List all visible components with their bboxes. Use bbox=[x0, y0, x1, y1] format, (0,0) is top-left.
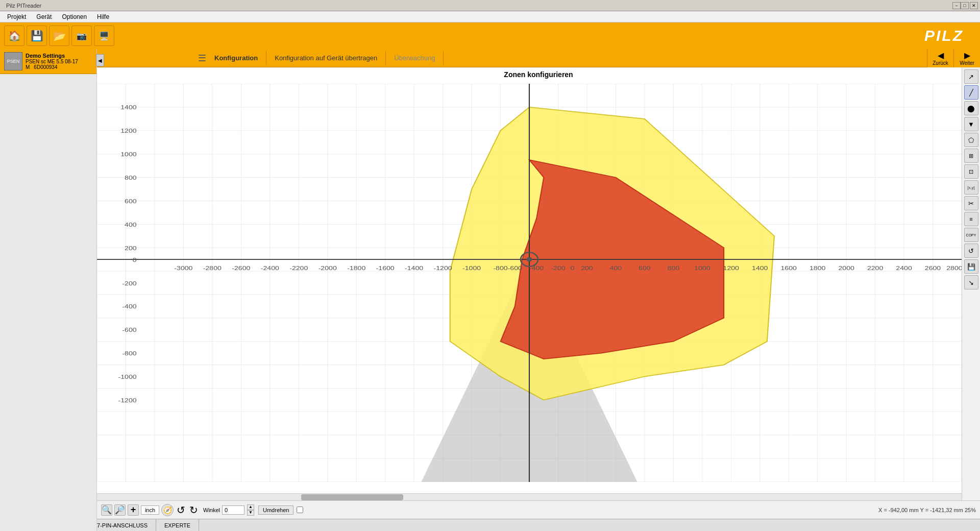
menu-geraet[interactable]: Gerät bbox=[31, 12, 57, 21]
svg-text:-1200: -1200 bbox=[434, 264, 452, 271]
save-button[interactable]: 💾 bbox=[27, 26, 47, 46]
chart-svg: 1400 1200 1000 800 600 400 200 0 -200 -4… bbox=[97, 84, 962, 482]
save-tool[interactable]: 💾 bbox=[964, 259, 978, 274]
cut-tool[interactable]: ✂ bbox=[964, 196, 978, 210]
svg-text:-600: -600 bbox=[122, 327, 136, 333]
menubar: Projekt Gerät Optionen Hilfe bbox=[0, 11, 980, 22]
menu-optionen[interactable]: Optionen bbox=[57, 12, 92, 21]
arrow-down-tool[interactable]: ↘ bbox=[964, 275, 978, 289]
maximize-button[interactable]: □ bbox=[961, 2, 969, 9]
svg-text:1000: 1000 bbox=[120, 151, 136, 158]
nav-tabs: ☰ Konfiguration Konfiguration auf Gerät … bbox=[97, 49, 980, 67]
rotate-left-button[interactable]: ↺ bbox=[176, 504, 186, 516]
zoom-out-button[interactable]: 🔎 bbox=[114, 504, 126, 516]
svg-text:2600: 2600 bbox=[925, 264, 941, 271]
svg-text:-2600: -2600 bbox=[232, 264, 250, 271]
unit-display: inch bbox=[141, 505, 159, 515]
svg-text:2800: 2800 bbox=[946, 264, 962, 271]
menu-hilfe[interactable]: Hilfe bbox=[92, 12, 114, 21]
zoom-plus-button[interactable]: + bbox=[128, 504, 139, 516]
home-button[interactable]: 🏠 bbox=[4, 26, 24, 46]
svg-text:200: 200 bbox=[581, 264, 593, 271]
svg-text:-600: -600 bbox=[508, 264, 522, 271]
svg-text:-2800: -2800 bbox=[203, 264, 222, 271]
titlebar: Pilz PITreader − □ ✕ bbox=[0, 0, 980, 11]
svg-text:-2200: -2200 bbox=[289, 264, 308, 271]
svg-text:-200: -200 bbox=[551, 264, 565, 271]
svg-text:0: 0 bbox=[571, 264, 575, 271]
svg-text:-2400: -2400 bbox=[261, 264, 279, 271]
compass-button[interactable]: 🧭 bbox=[161, 504, 174, 516]
statusbar: NICHT ANGESCHLOSSEN 17-PIN-ANSCHLUSS EXP… bbox=[0, 519, 980, 531]
coordinates-tool[interactable]: [x,y] bbox=[964, 180, 978, 195]
horizontal-scrollbar[interactable] bbox=[97, 493, 973, 500]
draw-line-tool[interactable]: ╱ bbox=[964, 85, 978, 100]
winkel-down[interactable]: ▼ bbox=[247, 510, 254, 516]
draw-rect-tool[interactable]: ⊡ bbox=[964, 164, 978, 179]
device-name: Demo Settings bbox=[26, 53, 78, 59]
device-type: M bbox=[26, 64, 30, 70]
screenshot-button[interactable]: 📷 bbox=[71, 26, 92, 46]
svg-point-56 bbox=[526, 257, 532, 262]
svg-text:2000: 2000 bbox=[838, 264, 854, 271]
svg-text:1000: 1000 bbox=[694, 264, 710, 271]
draw-grid-tool[interactable]: ⊞ bbox=[964, 149, 978, 163]
device-model: PSEN sc ME 5.5 08-17 bbox=[26, 59, 78, 64]
svg-text:200: 200 bbox=[125, 245, 137, 251]
winkel-label: Winkel bbox=[203, 507, 220, 513]
collapse-panel-button[interactable]: ◀ bbox=[96, 54, 104, 66]
svg-text:1400: 1400 bbox=[120, 104, 136, 111]
svg-text:1800: 1800 bbox=[810, 264, 825, 271]
winkel-up[interactable]: ▲ bbox=[247, 504, 254, 510]
umdrehen-checkbox[interactable] bbox=[297, 506, 303, 513]
svg-text:800: 800 bbox=[668, 264, 680, 271]
svg-text:400: 400 bbox=[125, 221, 137, 228]
svg-text:2200: 2200 bbox=[867, 264, 883, 271]
minimize-button[interactable]: − bbox=[952, 2, 961, 9]
status-expert: EXPERTE bbox=[156, 519, 199, 531]
monitor-button[interactable]: 🖥️ bbox=[94, 26, 114, 46]
svg-text:-1600: -1600 bbox=[376, 264, 395, 271]
draw-pentagon-tool[interactable]: ⬠ bbox=[964, 133, 978, 147]
menu-projekt[interactable]: Projekt bbox=[2, 12, 31, 21]
svg-text:-1400: -1400 bbox=[405, 264, 423, 271]
right-tools-panel: ↗ ╱ ⬤ ▼ ⬠ ⊞ ⊡ [x,y] ✂ ≡ COPY ↺ 💾 ↘ bbox=[962, 67, 980, 500]
rotate-tool[interactable]: ↺ bbox=[964, 244, 978, 258]
svg-text:-400: -400 bbox=[529, 264, 544, 271]
tab-ueberwachung: Überwachung bbox=[386, 51, 444, 65]
winkel-input[interactable] bbox=[222, 505, 244, 515]
lines-tool[interactable]: ≡ bbox=[964, 212, 978, 226]
open-button[interactable]: 📂 bbox=[49, 26, 69, 46]
svg-text:1600: 1600 bbox=[780, 264, 796, 271]
svg-text:-400: -400 bbox=[122, 303, 136, 310]
toolbar: 🏠 💾 📂 📷 🖥️ PILZ bbox=[0, 22, 980, 49]
umdrehen-button[interactable]: Umdrehen bbox=[258, 505, 293, 515]
svg-text:-1800: -1800 bbox=[347, 264, 365, 271]
svg-text:1200: 1200 bbox=[723, 264, 739, 271]
svg-text:800: 800 bbox=[125, 174, 137, 181]
chart-area: Zonen konfigurieren bbox=[97, 67, 980, 500]
tab-konfiguration[interactable]: Konfiguration bbox=[206, 51, 266, 65]
pointer-tool[interactable]: ↗ bbox=[964, 69, 978, 84]
svg-text:-200: -200 bbox=[122, 280, 136, 286]
svg-text:1400: 1400 bbox=[752, 264, 768, 271]
forward-button[interactable]: ▶ Weiter bbox=[953, 49, 980, 67]
draw-circle-tool[interactable]: ⬤ bbox=[964, 101, 978, 115]
svg-text:-1000: -1000 bbox=[118, 373, 137, 380]
bottom-toolbar: 🔍 🔎 + inch 🧭 ↺ ↻ Winkel ▲ ▼ Umdrehen X =… bbox=[97, 500, 980, 519]
coords-display: X = -942,00 mm Y = -1421,32 mm 25% bbox=[878, 507, 976, 513]
svg-text:-1000: -1000 bbox=[462, 264, 481, 271]
tab-uebertragen[interactable]: Konfiguration auf Gerät übertragen bbox=[266, 51, 386, 65]
close-button[interactable]: ✕ bbox=[970, 2, 978, 9]
svg-text:-3000: -3000 bbox=[174, 264, 192, 271]
back-button[interactable]: ◀ Zurück bbox=[927, 49, 953, 67]
svg-text:-1200: -1200 bbox=[118, 397, 137, 403]
rotate-right-button[interactable]: ↻ bbox=[188, 504, 199, 516]
zoom-in-button[interactable]: 🔍 bbox=[101, 504, 112, 516]
copy-tool[interactable]: COPY bbox=[964, 228, 978, 242]
draw-triangle-tool[interactable]: ▼ bbox=[964, 117, 978, 131]
svg-text:-2000: -2000 bbox=[318, 264, 337, 271]
pilz-logo: PILZ bbox=[924, 27, 976, 44]
svg-text:-800: -800 bbox=[122, 350, 136, 357]
svg-text:1200: 1200 bbox=[120, 128, 136, 134]
